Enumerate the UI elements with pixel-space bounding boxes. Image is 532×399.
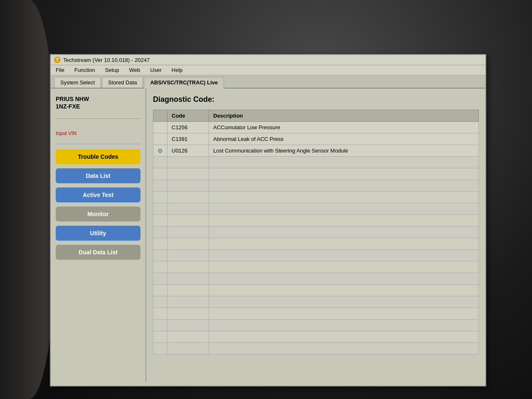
monitor-button[interactable]: Monitor [56,207,140,222]
table-row [153,168,479,180]
divider-1 [56,118,140,119]
row-icon [153,192,167,203]
row-description [209,192,479,203]
utility-button[interactable]: Utility [56,226,140,241]
table-row [153,331,479,343]
row-description [209,238,479,250]
row-icon [153,157,167,168]
row-description [209,296,479,308]
row-description [209,261,479,273]
row-code [167,343,209,355]
row-code [167,250,209,261]
row-icon [153,180,167,192]
main-window: T Techstream (Ver 10.10.018) - 20247 Fil… [50,54,486,387]
vehicle-name-line2: 1NZ-FXE [56,103,140,110]
app-icon: T [54,57,61,63]
gear-icon: ⚙ [158,148,163,154]
input-vin-label: Input VIN [56,131,140,136]
row-code [167,168,209,180]
tab-abs-live[interactable]: ABS/VSC/TRC(TRAC) Live [144,77,224,89]
row-icon [153,122,167,133]
row-description [209,343,479,355]
dual-data-list-button[interactable]: Dual Data List [56,245,140,260]
row-description [209,285,479,296]
row-description [209,227,479,238]
row-description [209,273,479,285]
table-row [153,180,479,192]
row-icon [153,273,167,285]
tab-stored-data[interactable]: Stored Data [102,77,143,88]
row-icon [153,250,167,261]
menu-file[interactable]: File [54,66,66,74]
row-code [167,285,209,296]
row-description [209,308,479,320]
menu-setup[interactable]: Setup [103,66,121,74]
menu-bar: File Function Setup Web User Help [51,65,485,75]
row-icon [153,285,167,296]
main-content: PRIUS NHW 1NZ-FXE Input VIN Trouble Code… [51,89,485,382]
table-row [153,192,479,203]
sidebar: PRIUS NHW 1NZ-FXE Input VIN Trouble Code… [51,89,146,382]
row-description [209,168,479,180]
table-row [153,296,479,308]
active-test-button[interactable]: Active Test [56,187,140,202]
row-code: C1391 [167,133,209,145]
row-description [209,215,479,227]
vehicle-name-line1: PRIUS NHW [56,95,140,103]
table-row [153,250,479,261]
row-icon [153,227,167,238]
vehicle-info: PRIUS NHW 1NZ-FXE [56,95,140,110]
row-code [167,296,209,308]
data-list-button[interactable]: Data List [56,168,140,183]
row-icon [153,331,167,343]
table-row [153,343,479,355]
menu-web[interactable]: Web [128,66,142,74]
row-icon [153,261,167,273]
tab-system-select[interactable]: System Select [54,77,101,88]
table-row [153,238,479,250]
row-description [209,331,479,343]
row-description: ACCumulator Low Pressure [209,122,479,133]
row-code [167,238,209,250]
table-row [153,273,479,285]
row-description [209,180,479,192]
trouble-codes-button[interactable]: Trouble Codes [56,149,140,164]
row-code [167,203,209,215]
row-code [167,157,209,168]
table-row [153,261,479,273]
menu-help[interactable]: Help [170,66,185,74]
row-icon [153,296,167,308]
row-description [209,157,479,168]
row-code [167,261,209,273]
row-icon [153,308,167,320]
row-icon: ⚙ [153,145,167,157]
menu-user[interactable]: User [148,66,163,74]
row-code [167,192,209,203]
divider-2 [56,144,140,144]
row-code [167,320,209,331]
row-code [167,331,209,343]
row-code [167,227,209,238]
row-code [167,215,209,227]
row-description [209,320,479,331]
diagnostic-table: Code Description C1256ACCumulator Low Pr… [153,110,479,355]
window-title: Techstream (Ver 10.10.018) - 20247 [63,57,150,63]
table-row [153,157,479,168]
title-bar: T Techstream (Ver 10.10.018) - 20247 [51,55,485,65]
row-description: Abnormal Leak of ACC Press [209,133,479,145]
bg-left-panel [0,0,58,399]
table-row [153,285,479,296]
row-description [209,203,479,215]
table-row [153,227,479,238]
row-description: Lost Communication with Steering Angle S… [209,145,479,157]
row-icon [153,133,167,145]
col-header-icon [153,110,167,122]
table-row [153,215,479,227]
tab-bar: System Select Stored Data ABS/VSC/TRC(TR… [51,75,485,89]
row-code: U0126 [167,145,209,157]
row-icon [153,215,167,227]
table-row[interactable]: C1391Abnormal Leak of ACC Press [153,133,479,145]
table-row[interactable]: ⚙U0126Lost Communication with Steering A… [153,145,479,157]
menu-function[interactable]: Function [73,66,97,74]
table-row[interactable]: C1256ACCumulator Low Pressure [153,122,479,133]
